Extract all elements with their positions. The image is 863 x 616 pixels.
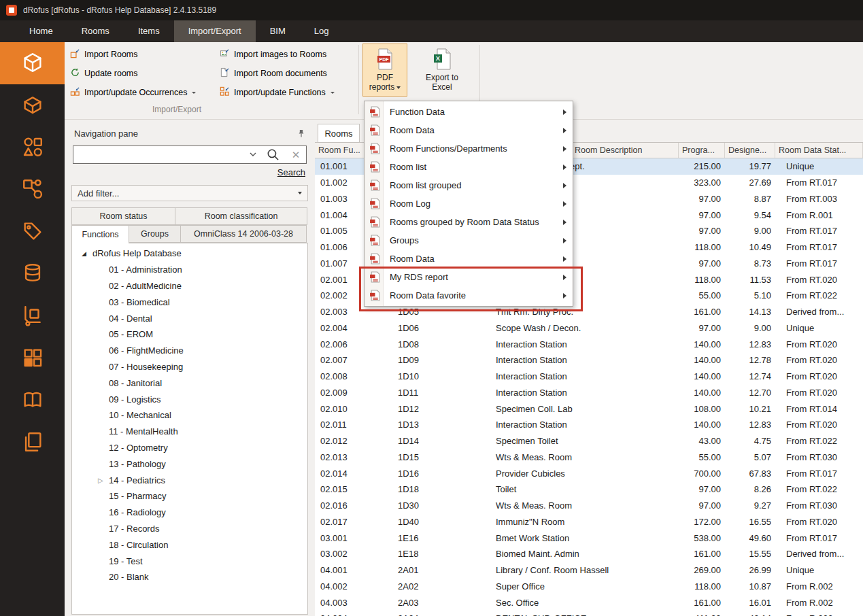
export-to-excel-button[interactable]: X Export to Excel	[413, 44, 471, 97]
import-images-to-rooms-button[interactable]: Import images to Rooms	[216, 46, 331, 63]
update-rooms-button[interactable]: Update rooms	[66, 65, 142, 82]
clear-search-button[interactable]: ✕	[286, 146, 306, 163]
view-button-room-classification[interactable]: Room classification	[175, 207, 307, 225]
rail-database-button[interactable]	[0, 253, 65, 295]
tree-root-item[interactable]: ◢dRofus Help Database	[72, 245, 307, 262]
import-room-documents-button[interactable]: Import Room documents	[216, 65, 331, 82]
tree-expanded-icon[interactable]: ◢	[82, 250, 92, 257]
table-row[interactable]: 02.0111D13Interaction Station140.0012.83…	[315, 417, 863, 433]
table-row[interactable]: 02.0061D08Interaction Station140.0012.83…	[315, 336, 863, 352]
tree-item-13-pathology[interactable]: 13 - Pathology	[72, 456, 307, 472]
report-menu-item-groups[interactable]: Groups	[365, 231, 573, 250]
tree-item-01-administration[interactable]: 01 - Administration	[72, 262, 307, 278]
report-menu-item-room-data[interactable]: Room Data	[365, 250, 573, 268]
column-header-room-data-stat[interactable]: Room Data Stat...	[775, 143, 863, 158]
column-header-progra[interactable]: Progra...	[679, 143, 725, 158]
rail-reports-button[interactable]	[0, 422, 65, 464]
table-row[interactable]: 02.0141D16Provider Cubicles700.0067.83Fr…	[315, 465, 863, 481]
tree-item-10-mechanical[interactable]: 10 - Mechanical	[72, 407, 307, 424]
tree-item-20-blank[interactable]: 20 - Blank	[72, 569, 307, 585]
tree-item-02-adultmedicine[interactable]: 02 - AdultMedicine	[72, 278, 307, 294]
tree-item-08-janitorial[interactable]: 08 - Janitorial	[72, 375, 307, 391]
add-filter-dropdown[interactable]: Add filter...	[71, 185, 308, 201]
tree-item-18-circulation[interactable]: 18 - Circulation	[72, 536, 307, 553]
table-row[interactable]: 02.0101D12Specimen Coll. Lab108.0010.21F…	[315, 400, 863, 417]
tree-item-06-flightmedicine[interactable]: 06 - FlightMedicine	[72, 343, 307, 359]
table-row[interactable]: 02.0151D18Toilet97.008.26From RT.022	[315, 481, 863, 498]
rail-buildings-button[interactable]	[0, 337, 65, 379]
tree-item-16-radiology[interactable]: 16 - Radiology	[72, 504, 307, 521]
view-button-room-status[interactable]: Room status	[71, 207, 175, 225]
tree-item-11-mentalhealth[interactable]: 11 - MentalHealth	[72, 424, 307, 440]
table-row[interactable]: 02.0041D06Scope Wash / Decon.97.009.00Un…	[315, 320, 863, 337]
cell-room-no: 1D12	[369, 404, 492, 414]
tab-omniclass-14-2006-03-28[interactable]: OmniClass 14 2006-03-28	[180, 225, 307, 243]
tree-item-17-records[interactable]: 17 - Records	[72, 521, 307, 537]
table-row[interactable]: 04.0022A02Super Office118.0010.87From R.…	[315, 579, 863, 595]
rail-rooms-button[interactable]	[0, 42, 65, 84]
table-row[interactable]: 02.0071D09Interaction Station140.0012.78…	[315, 352, 863, 369]
menu-tab-import-export[interactable]: Import/Export	[174, 20, 256, 42]
tree-item-04-dental[interactable]: 04 - Dental	[72, 310, 307, 326]
table-row[interactable]: 04.0012A01Library / Conf. Room Hassell26…	[315, 562, 863, 579]
tree-item-07-housekeeping[interactable]: 07 - Housekeeping	[72, 359, 307, 375]
menu-tab-bim[interactable]: BIM	[256, 20, 300, 42]
search-link[interactable]: Search	[277, 167, 305, 177]
report-menu-item-room-functions-departments[interactable]: Room Functions/Departments	[365, 139, 573, 158]
table-row[interactable]: 02.0131D15Wts & Meas. Room55.005.07From …	[315, 449, 863, 466]
tree-item-12-optometry[interactable]: 12 - Optometry	[72, 440, 307, 456]
dropdown-caret-icon	[192, 92, 196, 94]
rail-items-button[interactable]	[0, 84, 65, 126]
report-menu-item-room-log[interactable]: Room Log	[365, 194, 573, 213]
tree-item-label: 08 - Janitorial	[109, 378, 162, 388]
column-header-designe[interactable]: Designe...	[725, 143, 775, 158]
tree-item-14-pediatrics[interactable]: ▷14 - Pediatrics	[72, 472, 307, 488]
auto-hide-pin-button[interactable]	[294, 126, 308, 140]
tree-item-09-logistics[interactable]: 09 - Logistics	[72, 391, 307, 407]
report-menu-item-room-list[interactable]: Room list	[365, 158, 573, 176]
pdf-reports-button[interactable]: PDF PDF reports	[362, 44, 407, 97]
table-row[interactable]: 02.0091D11Interaction Station140.0012.70…	[315, 385, 863, 401]
table-row[interactable]: 03.0021E18Biomed Maint. Admin161.0015.55…	[315, 546, 863, 562]
rail-logistics-button[interactable]	[0, 295, 65, 337]
export-excel-label-line1: Export to	[426, 73, 458, 82]
menu-tab-home[interactable]: Home	[15, 20, 67, 42]
import-update-functions-button[interactable]: Import/update Functions	[216, 84, 339, 101]
import-update-occurrences-button[interactable]: Import/update Occurrences	[66, 84, 200, 101]
rail-documents-button[interactable]	[0, 211, 65, 253]
report-menu-item-my-rds-report[interactable]: My RDS report	[365, 268, 573, 286]
menu-tab-rooms[interactable]: Rooms	[67, 20, 124, 42]
tree-collapsed-icon[interactable]: ▷	[98, 477, 109, 484]
column-header-room-fu[interactable]: Room Fu...	[315, 143, 369, 158]
cell-function-no: 03.001	[315, 533, 369, 543]
tab-groups[interactable]: Groups	[129, 225, 181, 243]
report-menu-item-rooms-grouped-by-room-data-status[interactable]: Rooms grouped by Room Data Status	[365, 213, 573, 231]
table-row[interactable]: 04.0042A04DENTAL SUP. OFFICE411.0040.14F…	[315, 611, 863, 616]
rail-occurrences-button[interactable]	[0, 169, 65, 211]
table-row[interactable]: 03.0011E16Bmet Work Station538.0049.60Fr…	[315, 530, 863, 546]
search-input[interactable]	[73, 146, 246, 163]
tab-rooms[interactable]: Rooms	[318, 124, 360, 142]
table-row[interactable]: 02.0161D30Wts & Meas. Room97.009.27From …	[315, 498, 863, 514]
tree-item-19-test[interactable]: 19 - Test	[72, 553, 307, 569]
import-rooms-button[interactable]: Import Rooms	[66, 46, 142, 63]
tab-functions[interactable]: Functions	[71, 225, 129, 243]
report-menu-item-room-data-favorite[interactable]: Room Data favorite	[365, 286, 573, 305]
rail-shapes-button[interactable]	[0, 126, 65, 169]
report-menu-item-room-list-grouped[interactable]: Room list grouped	[365, 176, 573, 194]
drofus-app-icon	[6, 5, 17, 16]
search-combo-dropdown-button[interactable]	[246, 146, 260, 163]
tree-item-15-pharmacy[interactable]: 15 - Pharmacy	[72, 488, 307, 504]
table-row[interactable]: 02.0121D14Specimen Toilet43.004.75From R…	[315, 433, 863, 449]
report-menu-item-room-data[interactable]: Room Data	[365, 121, 573, 139]
menu-tab-items[interactable]: Items	[124, 20, 174, 42]
report-menu-item-function-data[interactable]: Function Data	[365, 103, 573, 121]
menu-tab-log[interactable]: Log	[300, 20, 343, 42]
search-button[interactable]	[260, 146, 286, 163]
rail-catalog-button[interactable]	[0, 379, 65, 422]
table-row[interactable]: 02.0171D40Immuniz"N Room172.0016.55From …	[315, 514, 863, 530]
tree-item-05-erom[interactable]: 05 - EROM	[72, 326, 307, 343]
table-row[interactable]: 04.0032A03Sec. Office161.0016.01From R.0…	[315, 594, 863, 611]
tree-item-03-biomedical[interactable]: 03 - Biomedical	[72, 294, 307, 310]
table-row[interactable]: 02.0081D10Interaction Station140.0012.74…	[315, 369, 863, 385]
